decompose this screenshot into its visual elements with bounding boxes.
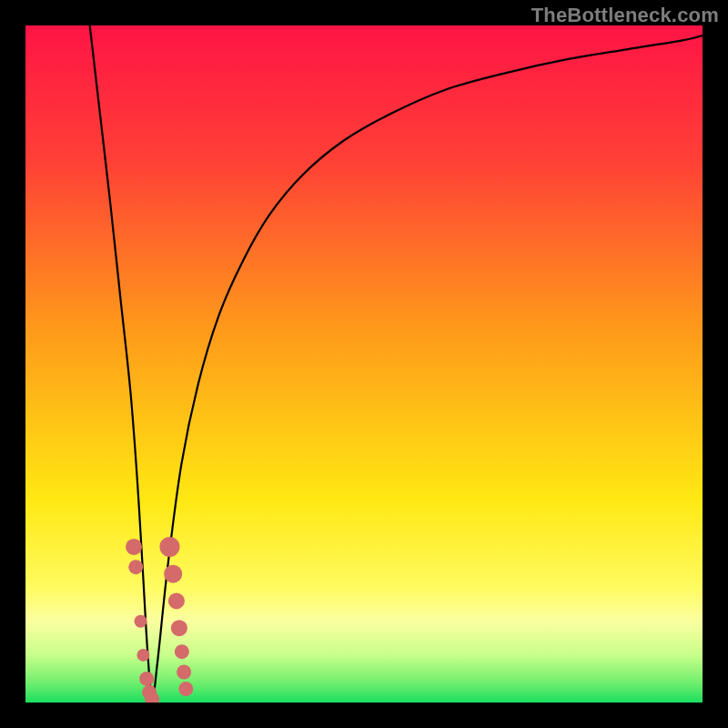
- marker-point: [136, 649, 149, 662]
- marker-point: [177, 665, 191, 680]
- marker-point: [126, 539, 142, 555]
- marker-point: [134, 615, 147, 628]
- plot-area: [25, 25, 703, 703]
- marker-point: [178, 682, 193, 696]
- marker-point: [159, 537, 179, 557]
- plot-svg: [25, 25, 703, 703]
- marker-point: [171, 620, 187, 636]
- marker-point: [175, 644, 189, 659]
- marker-point: [139, 672, 154, 686]
- marker-point: [128, 560, 143, 574]
- marker-point: [168, 592, 185, 609]
- chart-frame: TheBottleneck.com: [0, 0, 728, 728]
- watermark-text: TheBottleneck.com: [531, 4, 719, 27]
- marker-point: [164, 565, 182, 583]
